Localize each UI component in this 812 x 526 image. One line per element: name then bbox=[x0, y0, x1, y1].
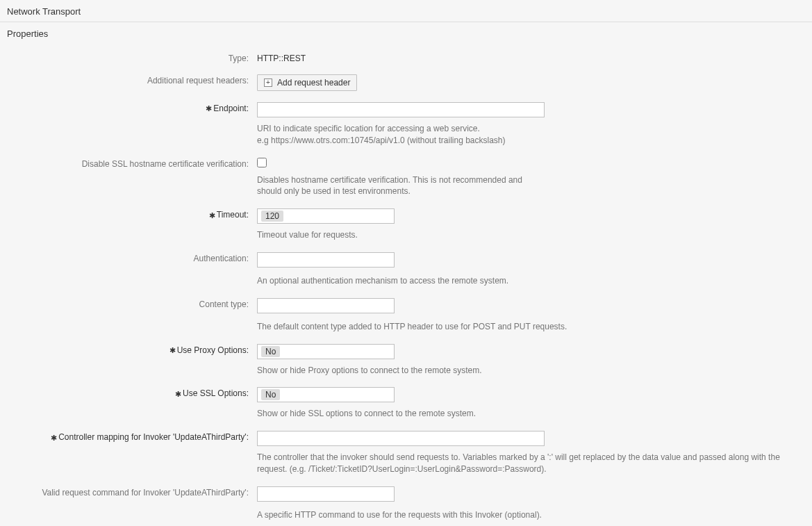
add-request-header-label: Add request header bbox=[277, 78, 350, 88]
panel-title: Properties bbox=[0, 22, 812, 44]
timeout-select[interactable]: 120 bbox=[257, 208, 395, 224]
content-type-hint: The default content type added to HTTP h… bbox=[257, 320, 805, 333]
auth-hint: An optional authentication mechanism to … bbox=[257, 274, 805, 287]
valid-cmd-group: Valid request command for Invoker 'Updat… bbox=[7, 485, 805, 521]
valid-cmd-hint: A specific HTTP command to use for the r… bbox=[257, 508, 805, 521]
valid-cmd-select[interactable] bbox=[257, 486, 395, 502]
timeout-value: 120 bbox=[261, 211, 283, 222]
auth-label: Authentication: bbox=[7, 251, 257, 263]
controller-hint: The controller that the invoker should s… bbox=[257, 450, 805, 475]
add-request-header-button[interactable]: + Add request header bbox=[257, 74, 357, 91]
endpoint-group: ✱Endpoint: URI to indicate specific loca… bbox=[7, 101, 805, 147]
ssl-disable-label: Disable SSL hostname certificate verific… bbox=[7, 156, 257, 169]
controller-group: ✱Controller mapping for Invoker 'UpdateA… bbox=[7, 429, 805, 475]
proxy-group: ✱Use Proxy Options: No Show or hide Prox… bbox=[7, 343, 805, 377]
proxy-select[interactable]: No bbox=[257, 344, 395, 359]
headers-row: Additional request headers: + Add reques… bbox=[7, 73, 805, 91]
valid-cmd-label: Valid request command for Invoker 'Updat… bbox=[7, 485, 257, 498]
ssl-group: ✱Use SSL Options: No Show or hide SSL op… bbox=[7, 386, 805, 420]
page-header: Network Transport bbox=[0, 0, 812, 22]
endpoint-input[interactable] bbox=[257, 102, 545, 117]
ssl-select[interactable]: No bbox=[257, 387, 395, 402]
controller-input[interactable] bbox=[257, 431, 545, 446]
ssl-value: No bbox=[261, 389, 280, 400]
plus-icon: + bbox=[264, 79, 272, 87]
timeout-label: ✱Timeout: bbox=[7, 207, 257, 220]
content-type-label: Content type: bbox=[7, 297, 257, 309]
endpoint-hint-1: URI to indicate specific location for ac… bbox=[257, 123, 805, 135]
type-value: HTTP::REST bbox=[257, 52, 306, 63]
proxy-value: No bbox=[261, 346, 280, 357]
controller-label: ✱Controller mapping for Invoker 'UpdateA… bbox=[7, 429, 257, 442]
ssl-hint: Show or hide SSL options to connect to t… bbox=[257, 406, 805, 420]
headers-label: Additional request headers: bbox=[7, 73, 257, 85]
endpoint-hint-2: e.g https://www.otrs.com:10745/api/v1.0 … bbox=[257, 135, 805, 147]
content-type-group: Content type: The default content type a… bbox=[7, 297, 805, 333]
content-type-select[interactable] bbox=[257, 298, 395, 313]
proxy-label: ✱Use Proxy Options: bbox=[7, 343, 257, 355]
proxy-hint: Show or hide Proxy options to connect to… bbox=[257, 363, 805, 377]
timeout-group: ✱Timeout: 120 Timeout value for requests… bbox=[7, 207, 805, 241]
ssl-label: ✱Use SSL Options: bbox=[7, 386, 257, 398]
properties-form: Type: HTTP::REST Additional request head… bbox=[0, 44, 812, 526]
ssl-disable-hint: Disables hostname certificate verificati… bbox=[257, 173, 535, 198]
type-label: Type: bbox=[7, 51, 257, 63]
ssl-disable-group: Disable SSL hostname certificate verific… bbox=[7, 156, 805, 198]
ssl-disable-checkbox[interactable] bbox=[257, 158, 267, 167]
type-row: Type: HTTP::REST bbox=[7, 51, 805, 63]
endpoint-label: ✱Endpoint: bbox=[7, 101, 257, 113]
auth-select[interactable] bbox=[257, 252, 395, 268]
auth-group: Authentication: An optional authenticati… bbox=[7, 251, 805, 287]
timeout-hint: Timeout value for requests. bbox=[257, 228, 805, 241]
